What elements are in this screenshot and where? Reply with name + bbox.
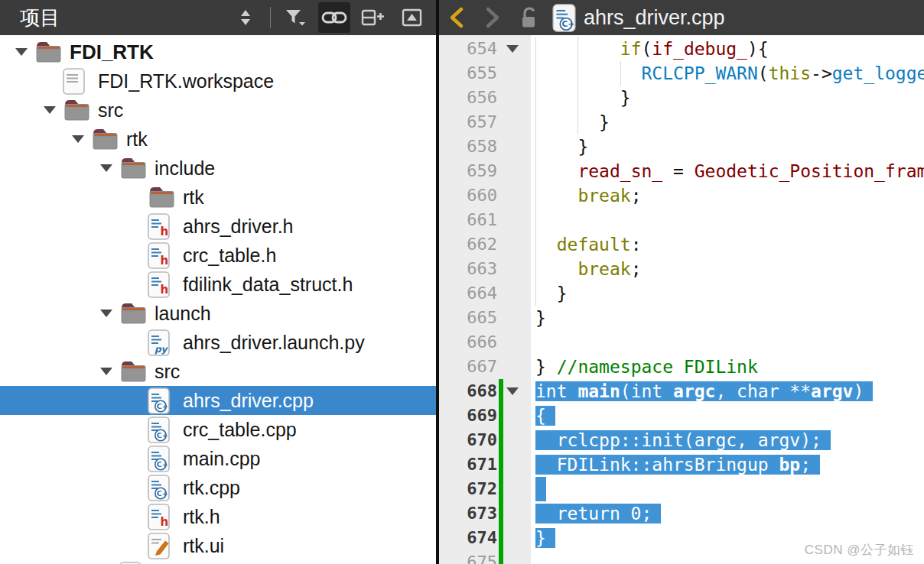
forward-button[interactable]: [474, 0, 509, 35]
file-h-icon: h: [148, 504, 176, 530]
expander-icon[interactable]: [93, 164, 119, 172]
expander-icon[interactable]: [93, 368, 119, 375]
code-line[interactable]: } //namespace FDILink: [531, 355, 924, 379]
code-line[interactable]: int main(int argc, char **argv): [531, 379, 924, 404]
code-token: [535, 161, 578, 181]
tree-item-label: ahrs_driver.h: [183, 216, 294, 238]
code-line[interactable]: read_sn_ = Geodetic_Position_fram: [531, 159, 924, 183]
expander-icon[interactable]: [8, 48, 34, 56]
svg-text:C+: C+: [157, 431, 168, 439]
code-line[interactable]: [531, 330, 924, 355]
indent-guide: [535, 183, 536, 208]
back-button[interactable]: [439, 0, 474, 35]
code-token: }: [535, 308, 546, 328]
tree-item-main.cpp[interactable]: C+main.cpp: [0, 444, 436, 473]
tree-item-label: rtk: [183, 186, 204, 209]
tree-item-rtk[interactable]: rtk: [0, 183, 436, 212]
split-button[interactable]: [357, 2, 389, 33]
editor-body: 6546556566576586596606616626636646656666…: [439, 35, 924, 564]
file-generic-icon: [119, 562, 148, 564]
link-with-editor-button[interactable]: [318, 2, 350, 33]
expander-icon[interactable]: [93, 310, 119, 317]
gutter-row: 663: [439, 257, 531, 281]
tree-item-label: include: [155, 157, 215, 180]
code-line[interactable]: }: [531, 306, 924, 330]
indent-guide: [535, 135, 536, 159]
indent-guide: [535, 37, 536, 61]
code-line[interactable]: rclcpp::init(argc, argv);: [531, 428, 924, 452]
tree-item-ahrs_driver.cpp[interactable]: C+ahrs_driver.cpp: [0, 386, 436, 415]
code-line[interactable]: [531, 208, 924, 232]
code-line[interactable]: {: [531, 404, 924, 428]
tree-item-launch[interactable]: launch: [0, 299, 436, 328]
code-line[interactable]: }: [531, 110, 924, 135]
tree-item-partial[interactable]: [0, 560, 436, 564]
tree-item-src[interactable]: src: [0, 96, 436, 125]
code-token: if_debug_: [652, 39, 747, 59]
tree-item-src[interactable]: src: [0, 357, 436, 386]
code-token: (int: [620, 381, 673, 401]
expander-icon[interactable]: [36, 106, 63, 114]
tree-item-crc_table.cpp[interactable]: C+crc_table.cpp: [0, 415, 436, 444]
tree-item-rtk.cpp[interactable]: C+rtk.cpp: [0, 473, 436, 502]
tree-item-FDI_RTK[interactable]: FDI_RTK: [0, 37, 436, 66]
gutter-row: 655: [439, 61, 531, 86]
code-line[interactable]: break;: [531, 257, 924, 281]
code-token: if: [620, 39, 642, 59]
code-line[interactable]: return 0;: [531, 501, 924, 526]
code-line[interactable]: [531, 477, 924, 501]
tree-item-rtk.h[interactable]: hrtk.h: [0, 502, 436, 531]
line-number: 664: [467, 281, 497, 306]
tree-item-ahrs_driver.h[interactable]: hahrs_driver.h: [0, 212, 436, 241]
code-line[interactable]: }: [531, 86, 924, 110]
code-area[interactable]: if(if_debug_){ RCLCPP_WARN(this->get_log…: [531, 35, 924, 564]
file-py-icon: py: [148, 329, 176, 356]
fold-marker-icon[interactable]: [506, 387, 519, 395]
code-token: ->: [811, 63, 832, 83]
tree-item-ahrs_driver.launch.py[interactable]: pyahrs_driver.launch.py: [0, 328, 436, 357]
code-line[interactable]: FDILink::ahrsBringup bp;: [531, 452, 924, 477]
tree-item-label: FDI_RTK.workspace: [98, 70, 274, 92]
gutter-row: 662: [439, 232, 531, 257]
gutter-row: 658: [439, 135, 531, 159]
lock-button[interactable]: [512, 0, 546, 35]
code-token: ){: [747, 39, 769, 59]
code-token: main: [578, 381, 620, 401]
project-panel-toolbar: [229, 2, 436, 33]
indent-guide: [578, 86, 578, 110]
gutter-row: 667: [439, 355, 531, 379]
code-token: //namespace FDILink: [557, 357, 758, 377]
gutter-row: 670: [439, 428, 531, 452]
gutter-row: 671: [439, 452, 531, 477]
tree-item-rtk[interactable]: rtk: [0, 125, 436, 154]
code-line[interactable]: }: [531, 281, 924, 306]
code-line[interactable]: default:: [531, 232, 924, 257]
tree-item-crc_table.h[interactable]: hcrc_table.h: [0, 241, 436, 270]
fold-marker-icon[interactable]: [506, 45, 519, 53]
filter-button[interactable]: [279, 2, 311, 33]
line-number: 656: [467, 86, 497, 110]
tree-item-fdilink_data_struct.h[interactable]: hfdilink_data_struct.h: [0, 270, 436, 299]
folder-icon: [63, 99, 91, 122]
code-line[interactable]: break;: [531, 183, 924, 208]
indent-guide: [535, 110, 536, 135]
watermark: CSDN @公子如钰: [805, 541, 914, 559]
open-in-window-icon: [401, 8, 424, 28]
tree-item-rtk.ui[interactable]: rtk.ui: [0, 531, 436, 560]
code-line[interactable]: }: [531, 135, 924, 159]
open-in-window-button[interactable]: [396, 2, 428, 33]
sort-button[interactable]: [229, 2, 262, 33]
tree-item-include[interactable]: include: [0, 154, 436, 183]
line-number: 662: [467, 232, 497, 257]
expander-icon[interactable]: [64, 135, 91, 143]
tree-item-FDI_RTK.workspace[interactable]: FDI_RTK.workspace: [0, 66, 436, 96]
code-token: ;: [800, 455, 811, 475]
code-line[interactable]: RCLCPP_WARN(this->get_logger: [531, 61, 924, 86]
svg-text:C+: C+: [157, 402, 168, 410]
folder-icon: [119, 157, 148, 180]
code-token: bp: [779, 455, 801, 475]
svg-text:h: h: [161, 283, 169, 297]
selection-highlight: FDILink::ahrsBringup bp;: [535, 455, 820, 475]
tree-item-label: crc_table.h: [183, 245, 276, 267]
code-line[interactable]: if(if_debug_){: [531, 37, 924, 61]
